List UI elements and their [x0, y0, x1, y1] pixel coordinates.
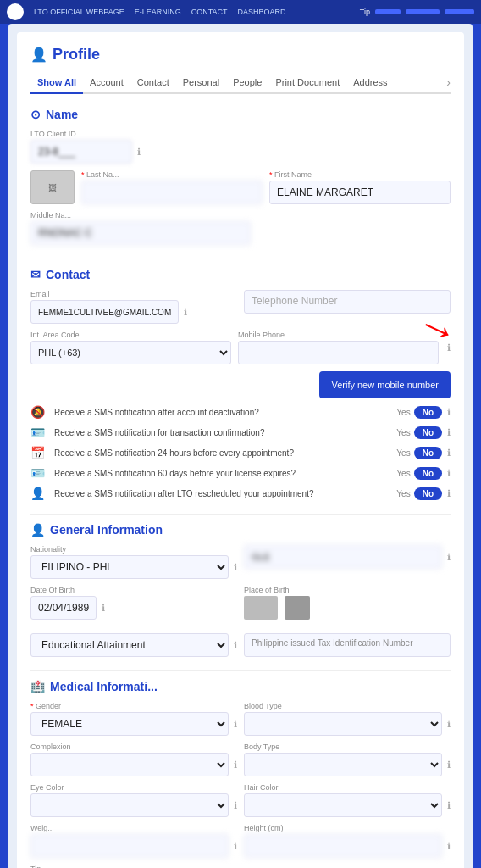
- avatar-icon: 🖼: [48, 183, 57, 192]
- gender-group: Gender FEMALE ℹ: [30, 702, 237, 736]
- sms-no-1[interactable]: No: [414, 406, 442, 419]
- complexion-body-row: Complexion ℹ Body Type ℹ: [30, 743, 451, 776]
- dob-group: Date Of Birth 02/04/1989 ℹ: [30, 586, 237, 626]
- name-section-header: ⊙ Name: [30, 108, 451, 121]
- tax-input[interactable]: Philippine issued Tax Identification Num…: [244, 633, 451, 657]
- sms-yes-3[interactable]: Yes: [396, 448, 410, 458]
- tab-bar: Show All Account Contact Personal People…: [30, 72, 451, 94]
- blood-type-select[interactable]: [244, 712, 442, 736]
- last-name-value: [81, 181, 263, 204]
- sms-yes-5[interactable]: Yes: [396, 489, 410, 498]
- tab-contact[interactable]: Contact: [130, 72, 176, 92]
- education-select[interactable]: Educational Attainment: [30, 633, 229, 657]
- education-info-icon[interactable]: ℹ: [234, 640, 237, 651]
- sms-notification-1: 🔕 Receive a SMS notification after accou…: [30, 405, 451, 419]
- civil-status-info-icon[interactable]: ℹ: [447, 552, 451, 563]
- sms-text-2: Receive a SMS notification for transacti…: [54, 428, 390, 437]
- tab-account[interactable]: Account: [83, 72, 130, 92]
- person-refresh-icon: 👤: [30, 487, 47, 500]
- name-section: ⊙ Name LTO Client ID 23-8___ ℹ 🖼: [30, 108, 451, 245]
- email-info-icon[interactable]: ℹ: [184, 307, 187, 318]
- tab-address[interactable]: Address: [346, 72, 394, 92]
- sms-yes-2[interactable]: Yes: [396, 428, 410, 437]
- nav-user-label[interactable]: Tip: [360, 8, 370, 16]
- hair-color-select[interactable]: [244, 793, 442, 817]
- weight-height-row: Weig... ℹ Height (cm) ℹ: [30, 824, 451, 858]
- sms-info-1[interactable]: ℹ: [447, 407, 451, 418]
- nav-elearning[interactable]: E-LEARNING: [135, 8, 181, 16]
- nav-dashboard[interactable]: DASHBOARD: [238, 8, 286, 16]
- nationality-info-icon[interactable]: ℹ: [234, 562, 237, 573]
- gender-select[interactable]: FEMALE: [30, 712, 229, 736]
- blood-type-group: Blood Type ℹ: [244, 702, 451, 736]
- civil-status-group: GLE ℹ: [244, 545, 451, 579]
- gender-info-icon[interactable]: ℹ: [234, 719, 237, 730]
- sms-no-4[interactable]: No: [414, 467, 442, 480]
- medical-section-title: Medical Informati...: [50, 680, 158, 693]
- eye-color-group: Eye Color ℹ: [30, 783, 237, 817]
- email-label: Email: [30, 290, 237, 298]
- nav-official-webpage[interactable]: LTO OFFICIAL WEBPAGE: [34, 8, 124, 16]
- hair-color-group: Hair Color ℹ: [244, 783, 451, 817]
- mobile-info-icon[interactable]: ℹ: [447, 342, 451, 353]
- nationality-select[interactable]: FILIPINO - PHL: [30, 555, 229, 579]
- blood-type-info-icon[interactable]: ℹ: [447, 719, 451, 730]
- sms-notification-5: 👤 Receive a SMS notification after LTO r…: [30, 487, 451, 500]
- body-type-info-icon[interactable]: ℹ: [447, 760, 451, 771]
- sms-no-5[interactable]: No: [414, 487, 442, 500]
- weight-label: Weig...: [30, 824, 237, 832]
- dob-info-icon[interactable]: ℹ: [102, 603, 105, 614]
- sms-no-2[interactable]: No: [414, 426, 442, 439]
- hair-color-label: Hair Color: [244, 783, 451, 792]
- email-telephone-row: Email FEMME1CULTIVEE@GMAIL.COM ℹ Telepho…: [30, 290, 451, 324]
- sms-info-3[interactable]: ℹ: [447, 448, 451, 459]
- lto-logo: [7, 3, 24, 20]
- height-info-icon[interactable]: ℹ: [447, 841, 451, 852]
- area-code-select[interactable]: PHL (+63): [30, 341, 231, 364]
- middle-name-label: Middle Na...: [30, 211, 251, 220]
- email-value: FEMME1CULTIVEE@GMAIL.COM: [30, 300, 179, 324]
- tab-personal[interactable]: Personal: [176, 72, 226, 92]
- nationality-label: Nationality: [30, 545, 237, 554]
- tab-print-document[interactable]: Print Document: [268, 72, 346, 92]
- eye-color-info-icon[interactable]: ℹ: [234, 800, 237, 811]
- weight-info-icon[interactable]: ℹ: [234, 841, 237, 852]
- sms-info-2[interactable]: ℹ: [447, 427, 451, 438]
- verify-mobile-button[interactable]: Verify new mobile number: [319, 371, 451, 398]
- complexion-select[interactable]: [30, 753, 229, 776]
- sms-no-3[interactable]: No: [414, 447, 442, 459]
- pob-group: Place of Birth: [244, 586, 451, 626]
- sms-info-5[interactable]: ℹ: [447, 488, 451, 499]
- body-type-select[interactable]: [244, 753, 442, 776]
- id-card-icon: 🪪: [30, 466, 47, 480]
- lto-client-id-group: LTO Client ID 23-8___ ℹ: [30, 130, 451, 164]
- sms-yes-1[interactable]: Yes: [396, 408, 410, 417]
- medical-icon: 🏥: [30, 680, 45, 693]
- nav-bar-2: [406, 9, 440, 14]
- eye-color-select[interactable]: [30, 793, 229, 817]
- first-name-group: First Name ELAINE MARGARET: [269, 170, 451, 204]
- mobile-phone-input[interactable]: [238, 341, 439, 364]
- sms-yes-4[interactable]: Yes: [396, 469, 410, 478]
- nationality-group: Nationality FILIPINO - PHL ℹ: [30, 545, 237, 579]
- hair-color-info-icon[interactable]: ℹ: [447, 800, 451, 811]
- tabs-chevron[interactable]: ›: [446, 75, 451, 89]
- medical-section-header: 🏥 Medical Informati...: [30, 680, 451, 693]
- telephone-input[interactable]: Telephone Number: [244, 290, 451, 314]
- pob-label: Place of Birth: [244, 586, 451, 594]
- tax-group: Philippine issued Tax Identification Num…: [244, 633, 451, 657]
- complexion-info-icon[interactable]: ℹ: [234, 760, 237, 771]
- tab-show-all[interactable]: Show All: [30, 72, 83, 94]
- gender-label: Gender: [30, 702, 237, 710]
- lto-client-id-info-icon[interactable]: ℹ: [137, 147, 141, 158]
- sms-info-4[interactable]: ℹ: [447, 468, 451, 479]
- last-name-group: Last Na...: [81, 170, 263, 204]
- tab-people[interactable]: People: [226, 72, 268, 92]
- nav-bar-3: [445, 9, 474, 14]
- nav-contact[interactable]: CONTACT: [191, 8, 228, 16]
- bell-off-icon: 🔕: [30, 405, 47, 419]
- first-name-value: ELAINE MARGARET: [269, 181, 451, 204]
- dob-value: 02/04/1989: [30, 596, 97, 620]
- complexion-label: Complexion: [30, 743, 237, 751]
- pob-thumb-2: [285, 596, 310, 620]
